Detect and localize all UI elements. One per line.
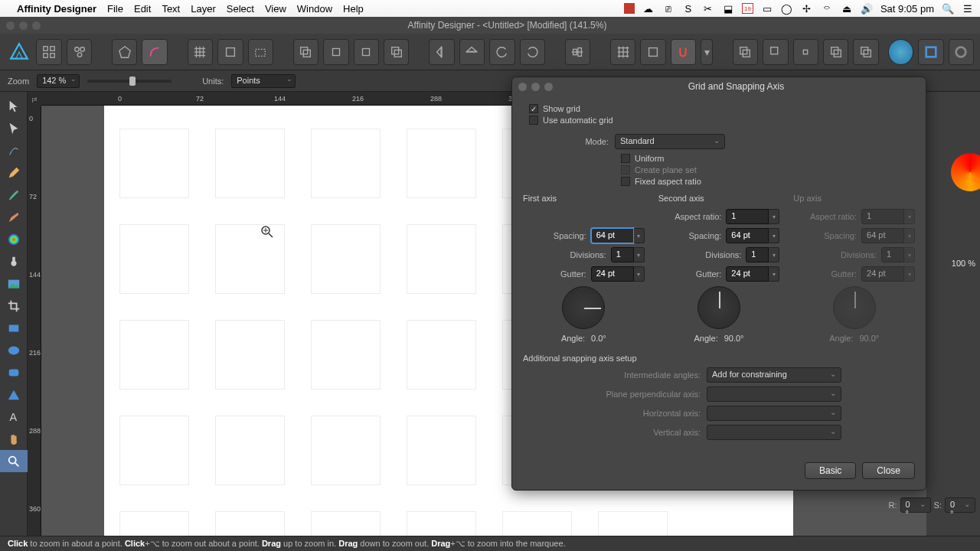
menubar-cloud-icon[interactable]: ☁ (642, 2, 655, 15)
toolbar-align-button[interactable] (565, 39, 590, 65)
axis2-div-input[interactable]: 1 (746, 247, 769, 262)
toolbar-insert-target-button[interactable] (949, 39, 974, 65)
rounded-rect-tool[interactable] (0, 361, 28, 383)
dialog-close-button[interactable] (518, 83, 527, 91)
menu-edit[interactable]: Edit (134, 3, 151, 15)
rotation-select[interactable]: 0 ° (900, 497, 931, 513)
toolbar-bool-xor-button[interactable] (823, 39, 848, 65)
place-image-tool[interactable] (0, 272, 28, 295)
axis2-aspect-dd[interactable]: ▾ (769, 209, 779, 224)
menubar-circle-icon[interactable]: ◯ (781, 2, 793, 15)
snap-vert-select[interactable] (707, 425, 841, 440)
toolbar-snap-obj-button[interactable] (217, 39, 243, 65)
shear-select[interactable]: 0 ° (945, 497, 975, 513)
toolbar-grid-button[interactable] (610, 39, 635, 65)
toolbar-bool-int-button[interactable] (793, 39, 818, 65)
window-zoom-button[interactable] (32, 21, 41, 30)
toolbar-rotate-ccw-button[interactable] (489, 39, 514, 65)
toolbar-bool-add-button[interactable] (733, 39, 758, 65)
axis1-angle-dial[interactable] (562, 286, 605, 329)
basic-button[interactable]: Basic (805, 462, 856, 479)
axis1-gutter-dd[interactable]: ▾ (634, 266, 645, 282)
menu-file[interactable]: File (107, 3, 123, 15)
snap-horiz-select[interactable] (707, 406, 841, 421)
hand-tool[interactable] (0, 428, 28, 450)
axis2-gutter-input[interactable]: 24 pt (726, 266, 769, 282)
menubar-red-square-icon[interactable] (624, 3, 635, 14)
toolbar-snap-grid-button[interactable] (188, 39, 213, 65)
menubar-crosshair-icon[interactable]: ✢ (801, 2, 813, 15)
axis1-gutter-input[interactable]: 24 pt (591, 266, 634, 282)
zoom-tool[interactable] (0, 450, 28, 472)
toolbar-snap-outline-button[interactable] (248, 39, 273, 65)
menubar-eject-icon[interactable]: ⏏ (841, 2, 853, 15)
axis1-spacing-dd[interactable]: ▾ (634, 228, 645, 243)
gradient-tool[interactable] (0, 228, 28, 250)
menubar-calendar-icon[interactable]: 19 (742, 3, 753, 14)
menubar-dropbox-icon[interactable]: ⬓ (722, 2, 734, 15)
menu-window[interactable]: Window (297, 3, 332, 15)
window-close-button[interactable] (6, 21, 15, 30)
toolbar-pentagon-button[interactable] (112, 39, 137, 65)
menu-select[interactable]: Select (227, 3, 254, 15)
axis1-div-dd[interactable]: ▾ (634, 247, 645, 262)
toolbar-snap-dropdown[interactable]: ▾ (701, 39, 713, 65)
menubar-clock[interactable]: Sat 9:05 pm (880, 3, 934, 15)
menu-view[interactable]: View (265, 3, 286, 15)
toolbar-flip-v-button[interactable] (459, 39, 485, 65)
transparency-tool[interactable] (0, 250, 28, 272)
menubar-s-icon[interactable]: S (682, 2, 694, 15)
toolbar-order-fwdone-button[interactable] (354, 39, 379, 65)
fixed-aspect-checkbox[interactable] (621, 177, 630, 186)
menu-text[interactable]: Text (162, 3, 180, 15)
toolbar-fill-swatch[interactable] (888, 39, 913, 65)
text-tool[interactable]: A (0, 406, 28, 428)
axis2-spacing-dd[interactable]: ▾ (769, 228, 779, 243)
axis2-aspect-input[interactable]: 1 (726, 209, 769, 224)
crop-tool[interactable] (0, 295, 28, 317)
menubar-scissors-icon[interactable]: ✂ (702, 2, 714, 15)
fill-tool[interactable] (0, 206, 28, 228)
units-select[interactable]: Points (231, 74, 296, 88)
menubar-volume-icon[interactable]: 🔊 (861, 2, 873, 15)
toolbar-order-backone-button[interactable] (323, 39, 348, 65)
node-tool[interactable] (0, 117, 28, 139)
triangle-tool[interactable] (0, 383, 28, 406)
dialog-zoom-button[interactable] (544, 83, 553, 91)
pencil-tool[interactable] (0, 161, 28, 184)
dialog-min-button[interactable] (531, 83, 540, 91)
toolbar-corner-button[interactable] (142, 39, 167, 65)
menu-help[interactable]: Help (343, 3, 364, 15)
menubar-screens-icon[interactable]: ▭ (761, 2, 773, 15)
colour-wheel[interactable] (951, 153, 980, 191)
axis2-div-dd[interactable]: ▾ (769, 247, 779, 262)
close-button[interactable]: Close (862, 462, 915, 479)
menubar-displays-icon[interactable]: ⎚ (662, 2, 675, 15)
pen-tool[interactable] (0, 139, 28, 161)
persona-export-button[interactable] (67, 39, 92, 65)
ellipse-tool[interactable] (0, 339, 28, 361)
axis1-spacing-input[interactable]: 64 pt (591, 228, 634, 243)
toolbar-plane-button[interactable] (640, 39, 665, 65)
axis2-gutter-dd[interactable]: ▾ (769, 266, 779, 282)
toolbar-bool-sub-button[interactable] (763, 39, 788, 65)
toolbar-snap-button[interactable] (671, 39, 696, 65)
toolbar-flip-h-button[interactable] (429, 39, 454, 65)
menu-layer[interactable]: Layer (191, 3, 216, 15)
app-menu[interactable]: Affinity Designer (17, 3, 96, 15)
toolbar-order-back-button[interactable] (293, 39, 318, 65)
auto-grid-checkbox[interactable] (529, 116, 538, 125)
uniform-checkbox[interactable] (621, 154, 630, 163)
toolbar-order-front-button[interactable] (384, 39, 409, 65)
mode-select[interactable]: Standard (615, 134, 725, 149)
window-minimize-button[interactable] (19, 21, 28, 30)
move-tool[interactable] (0, 95, 28, 117)
toolbar-bool-div-button[interactable] (853, 39, 878, 65)
snap-plane-select[interactable] (707, 386, 841, 402)
ruler-vertical[interactable]: 072144216288360 (28, 106, 41, 536)
persona-pixel-button[interactable] (36, 39, 61, 65)
show-grid-checkbox[interactable]: ✓ (529, 104, 538, 113)
snap-intermediate-select[interactable]: Add for constraining (707, 367, 841, 383)
zoom-slider[interactable] (87, 80, 172, 83)
axis1-div-input[interactable]: 1 (611, 247, 634, 262)
